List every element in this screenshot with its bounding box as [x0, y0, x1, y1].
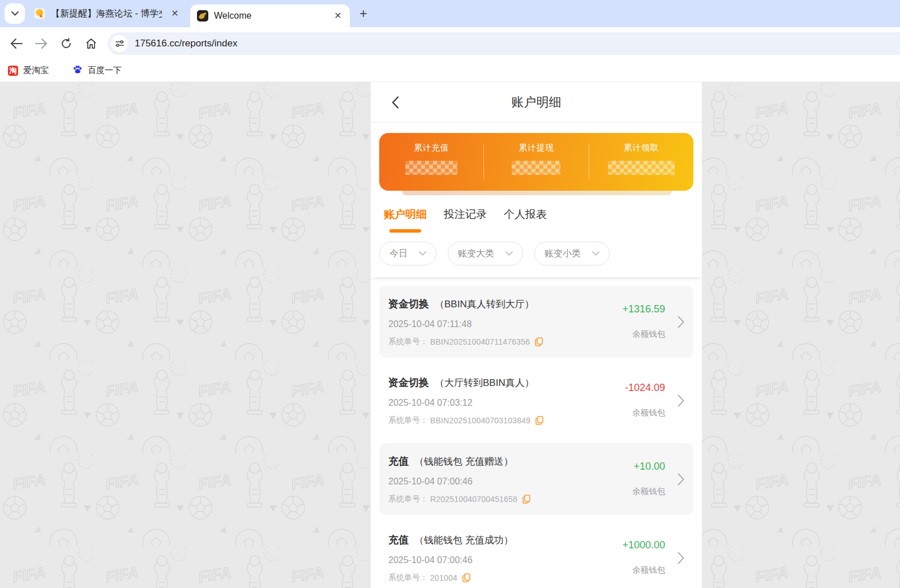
wallet-type-label: 余额钱包: [632, 486, 665, 497]
order-number-label: 系统单号：: [388, 337, 428, 347]
page-title: 账户明细: [371, 82, 702, 123]
bookmark-label: 百度一下: [88, 65, 122, 76]
wallet-type-label: 余额钱包: [632, 565, 665, 576]
tab-search-button[interactable]: [5, 3, 25, 24]
wallet-type-label: 余额钱包: [632, 407, 665, 418]
transaction-subtitle: （大厅转到BBIN真人）: [435, 377, 534, 388]
summary-wrap: 累计充值 累计提现 累计领取: [371, 123, 702, 195]
summary-label: 累计充值: [379, 143, 483, 153]
copy-icon[interactable]: [535, 337, 543, 346]
copy-icon[interactable]: [522, 495, 530, 504]
transaction-time: 2025-10-04 07:11:48: [388, 319, 684, 329]
close-tab-icon[interactable]: ✕: [169, 7, 181, 20]
transaction-type: 充值: [388, 534, 409, 546]
transaction-row[interactable]: 充值（钱能钱包 充值赠送） 2025-10-04 07:00:46 系统单号： …: [379, 443, 693, 515]
transaction-subtitle: （钱能钱包 充值成功）: [414, 535, 513, 546]
copy-icon[interactable]: [535, 416, 543, 425]
page-header: 账户明细: [371, 82, 702, 123]
browser-tab-forum[interactable]: 【新提醒】海燕论坛 - 博学交流 ✕: [27, 0, 187, 27]
summary-total-deposit: 累计充值: [379, 133, 483, 191]
active-tab-underline: [389, 229, 421, 233]
app-content-column: 账户明细 累计充值 累计提现 累计领取: [371, 82, 702, 588]
chevron-down-icon: [11, 11, 19, 16]
tab-label: 个人报表: [504, 207, 547, 222]
back-icon[interactable]: [6, 33, 27, 54]
transaction-time: 2025-10-04 07:03:12: [388, 398, 684, 408]
summary-total-claimed: 累计领取: [589, 133, 693, 191]
tab-account-detail[interactable]: 账户明细: [384, 207, 427, 233]
tab-personal-report[interactable]: 个人报表: [504, 207, 547, 233]
tab-bet-records[interactable]: 投注记录: [444, 207, 487, 233]
transaction-amount: +1000.00: [622, 539, 665, 551]
filter-label: 账变大类: [458, 248, 494, 260]
order-number-label: 系统单号：: [388, 494, 428, 504]
url-bar[interactable]: 175616.cc/reports/index: [108, 32, 900, 55]
page-background: FIFA 账户明细 累计充值: [0, 82, 900, 588]
browser-tab-strip: 【新提醒】海燕论坛 - 博学交流 ✕ Welcome ✕ +: [0, 0, 900, 27]
summary-total-withdraw: 累计提现: [484, 133, 588, 191]
copy-icon[interactable]: [462, 573, 470, 582]
chevron-right-icon: [678, 394, 684, 407]
transaction-type: 资金切换: [388, 298, 429, 310]
chevron-down-icon: [592, 251, 599, 256]
site-settings-icon[interactable]: [111, 35, 128, 52]
censored-value: [405, 161, 457, 175]
reload-icon[interactable]: [55, 33, 77, 54]
filter-label: 今日: [389, 248, 408, 260]
welcome-favicon: [197, 10, 208, 22]
tab-title: 【新提醒】海燕论坛 - 博学交流: [51, 8, 162, 20]
browser-toolbar: 175616.cc/reports/index: [0, 27, 900, 59]
chevron-right-icon: [678, 552, 684, 564]
home-icon[interactable]: [80, 33, 102, 54]
taobao-icon: 淘: [8, 66, 18, 76]
bookmark-baidu[interactable]: 百度一下: [72, 65, 122, 76]
censored-value: [512, 161, 560, 175]
bookmarks-bar: 淘 爱淘宝 百度一下: [0, 59, 900, 82]
filter-row: 今日 账变大类 账变小类: [371, 233, 702, 277]
filter-major-category-dropdown[interactable]: 账变大类: [448, 242, 523, 265]
url-text: 175616.cc/reports/index: [135, 38, 237, 49]
forum-favicon: [34, 8, 45, 19]
order-number-label: 系统单号：: [388, 573, 428, 583]
close-tab-icon[interactable]: ✕: [332, 10, 344, 22]
forward-icon[interactable]: [31, 33, 52, 54]
back-button[interactable]: [385, 93, 405, 112]
transaction-type: 资金切换: [388, 377, 429, 388]
order-number: BBIN202510040703103849: [430, 416, 530, 425]
wallet-type-label: 余额钱包: [632, 329, 665, 340]
transaction-time: 2025-10-04 07:00:46: [388, 555, 684, 565]
browser-tab-welcome[interactable]: Welcome ✕: [190, 5, 350, 27]
filter-minor-category-dropdown[interactable]: 账变小类: [534, 242, 610, 265]
transaction-amount: +1316.59: [622, 303, 665, 315]
transaction-amount: -1024.09: [625, 382, 665, 394]
transaction-subtitle: （BBIN真人转到大厅）: [435, 299, 534, 310]
filter-date-dropdown[interactable]: 今日: [379, 242, 436, 265]
transaction-list: 资金切换（BBIN真人转到大厅） 2025-10-04 07:11:48 系统单…: [371, 277, 702, 588]
order-number: R202510040700451658: [430, 495, 517, 504]
chevron-right-icon: [678, 473, 684, 486]
order-number: 201004: [430, 573, 457, 582]
summary-card-shadow-strip: [402, 191, 672, 195]
censored-value: [608, 161, 675, 175]
order-number-label: 系统单号：: [388, 415, 428, 426]
baidu-paw-icon: [72, 65, 83, 76]
transaction-type: 充值: [388, 456, 409, 467]
new-tab-button[interactable]: +: [355, 6, 371, 22]
filter-label: 账变小类: [545, 248, 581, 260]
transaction-row[interactable]: 资金切换（BBIN真人转到大厅） 2025-10-04 07:11:48 系统单…: [379, 286, 693, 358]
chevron-down-icon: [505, 251, 513, 256]
transaction-row[interactable]: 充值（钱能钱包 充值成功） 2025-10-04 07:00:46 系统单号： …: [379, 522, 693, 588]
chevron-left-icon: [392, 96, 399, 109]
transaction-subtitle: （钱能钱包 充值赠送）: [414, 456, 513, 467]
order-number: BBIN202510040711476356: [430, 337, 530, 346]
chevron-right-icon: [678, 316, 684, 328]
tab-label: 投注记录: [444, 207, 487, 222]
tab-title: Welcome: [214, 11, 251, 21]
transaction-row[interactable]: 资金切换（大厅转到BBIN真人） 2025-10-04 07:03:12 系统单…: [379, 364, 693, 436]
transaction-time: 2025-10-04 07:00:46: [388, 477, 684, 487]
summary-label: 累计领取: [589, 143, 693, 153]
bookmark-label: 爱淘宝: [23, 65, 49, 76]
transaction-amount: +10.00: [633, 461, 665, 473]
bookmark-aitaobao[interactable]: 淘 爱淘宝: [8, 65, 49, 76]
report-tabs: 账户明细 投注记录 个人报表: [371, 195, 702, 233]
